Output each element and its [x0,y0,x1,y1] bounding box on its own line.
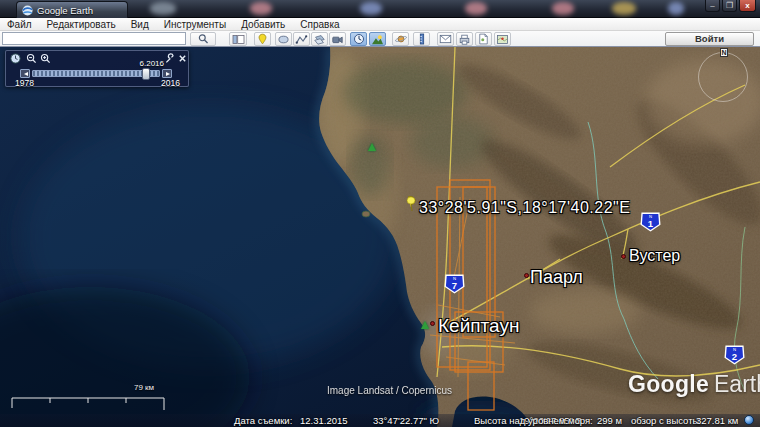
time-slider-close-icon[interactable] [178,53,187,64]
time-zoom-in-icon[interactable] [40,53,51,64]
route-shield-n2[interactable]: N 2 [724,345,745,365]
time-slider-settings-icon[interactable] [164,53,175,64]
menu-file[interactable]: Файл [7,18,32,31]
eye-altitude-label: обзор с высоты [631,415,699,426]
city-label-worcester[interactable]: Вустер [629,247,680,265]
time-zoom-out-icon[interactable] [26,53,37,64]
blurred-item [150,2,176,15]
blurred-item [668,2,684,15]
record-tour-button[interactable] [329,32,346,46]
menu-edit[interactable]: Редактировать [47,18,116,31]
window-controls: – ❐ x [705,0,756,12]
time-slider-panel: 6.2016 1978 2016 [5,50,189,87]
email-icon [439,34,452,44]
placemark-icon [257,33,268,45]
menu-help[interactable]: Справка [300,18,339,31]
time-slider-track[interactable] [32,70,160,77]
add-image-overlay-button[interactable] [311,32,328,46]
imagery-attribution: Image Landsat / Copernicus [327,385,452,396]
planets-button[interactable] [392,32,409,46]
menu-bar: Файл Редактировать Вид Инструменты Добав… [0,18,760,31]
add-path-button[interactable] [293,32,310,46]
imagery-date-label: Дата съемки: [234,415,292,426]
time-slider-thumb[interactable] [142,68,150,80]
route-shield-n7[interactable]: N 7 [444,274,465,294]
google-earth-window: Google Earth – ❐ x Файл Редактировать Ви… [0,0,760,427]
city-label-paarl[interactable]: Паарл [530,267,583,288]
window-title-tab: Google Earth [16,1,128,18]
title-bar: Google Earth – ❐ x [0,0,760,18]
time-step-back-button[interactable] [20,69,30,78]
satellite-imagery [0,47,760,427]
search-input[interactable] [2,32,186,45]
sun-icon [371,34,384,45]
search-icon [197,33,210,45]
svg-text:1: 1 [648,218,654,229]
polygon-icon [277,34,290,45]
eye-altitude-icon [744,415,754,425]
city-marker-paarl[interactable] [524,273,529,278]
eye-altitude-value: 327.81 км [696,415,738,426]
menu-view[interactable]: Вид [131,18,149,31]
menu-add[interactable]: Добавить [241,18,285,31]
add-placemark-button[interactable] [254,32,271,46]
time-step-forward-button[interactable] [162,69,172,78]
elevation-label: Высота над уровнем моря: [474,415,593,426]
cursor-latitude: 33°47'22.77" Ю [373,415,439,426]
view-in-maps-button[interactable] [494,32,511,46]
elevation-value: 299 м [597,415,622,426]
time-slider-clock-icon [10,53,21,64]
park-marker-icon[interactable] [368,143,376,151]
close-button[interactable]: x [739,0,756,12]
ruler-button[interactable] [413,32,430,46]
window-title: Google Earth [37,5,93,16]
sidebar-icon [232,34,245,45]
blurred-item [360,2,382,15]
sunlight-button[interactable] [369,32,386,46]
menu-tools[interactable]: Инструменты [164,18,226,31]
status-bar: Дата съемки: 12.31.2015 33°47'22.77" Ю 1… [0,414,760,427]
google-earth-watermark: GoogleEarth [628,371,760,398]
minimize-button[interactable]: – [705,0,720,12]
google-earth-logo-icon [22,5,33,16]
blurred-item [465,2,487,15]
svg-text:7: 7 [452,280,457,291]
save-image-button[interactable] [475,32,492,46]
search-button[interactable] [190,32,216,46]
image-overlay-icon [313,34,326,45]
planet-icon [394,33,408,45]
compass-ring[interactable]: N [698,52,748,102]
scale-label: 79 км [134,383,154,392]
time-slider-current-date: 6.2016 [140,59,164,68]
record-tour-icon [331,34,344,45]
blurred-item [250,2,272,15]
city-label-capetown[interactable]: Кейптаун [438,315,519,337]
city-marker-worcester[interactable] [621,254,626,259]
save-image-icon [478,33,489,45]
route-shield-n1[interactable]: N 1 [640,212,661,232]
ruler-icon [417,33,427,45]
add-polygon-button[interactable] [275,32,292,46]
map-viewport[interactable]: N 7 N 1 N 2 33°28'5.91"S,18°17'40.22"E К… [0,47,760,427]
email-button[interactable] [437,32,454,46]
watermark-product: Earth [714,371,760,397]
svg-text:2: 2 [732,351,737,362]
placemark-coordinates-label: 33°28'5.91"S,18°17'40.22"E [419,199,630,217]
blurred-item [612,2,636,15]
park-marker-icon[interactable] [421,321,429,329]
yellow-pushpin-icon[interactable] [402,195,418,213]
historical-imagery-button[interactable] [350,32,367,46]
time-range-end: 2016 [161,78,180,88]
blurred-item [552,2,574,15]
print-button[interactable] [456,32,473,46]
toolbar: Войти [0,31,760,47]
time-range-start: 1978 [15,78,34,88]
clock-icon [353,33,365,45]
watermark-brand: Google [628,371,709,397]
maps-icon [496,34,509,45]
sidebar-toggle-button[interactable] [229,32,247,46]
restore-button[interactable]: ❐ [722,0,737,12]
sign-in-button[interactable]: Войти [665,32,754,46]
city-marker-capetown[interactable] [430,321,435,326]
print-icon [458,34,471,45]
